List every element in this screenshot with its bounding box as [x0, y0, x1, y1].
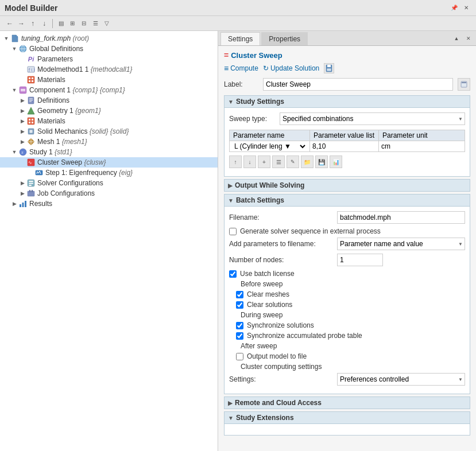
num-nodes-row: Number of nodes:: [229, 254, 465, 266]
svg-rect-13: [20, 87, 26, 94]
clear-solutions-checkbox[interactable]: [236, 301, 243, 309]
tree-item-modelmethod[interactable]: ▶ ƒ() Modelmethod1 1 {methodcall1}: [0, 64, 218, 75]
down-button[interactable]: ↓: [39, 18, 49, 29]
tab-settings[interactable]: Settings: [220, 32, 260, 45]
toolbar-btn4[interactable]: ☰: [90, 18, 100, 29]
tab-properties[interactable]: Properties: [261, 32, 308, 45]
batch-settings-header[interactable]: ▼ Batch Settings: [224, 194, 470, 207]
add-params-select[interactable]: None Parameter name and value Parameter …: [337, 238, 465, 250]
tree-label-clusw: Cluster Sweep {clusw}: [37, 158, 106, 166]
tree-item-geom[interactable]: ▶ Geometry 1 {geom1}: [0, 106, 218, 116]
global-icon: [18, 44, 28, 53]
param-name-select[interactable]: L (Cylinder leng ▼: [232, 142, 307, 151]
filename-input[interactable]: [337, 211, 465, 224]
pin-button[interactable]: 📌: [449, 3, 459, 13]
svg-rect-14: [21, 89, 25, 90]
tree-item-materials-comp[interactable]: ▶ Materials: [0, 116, 218, 126]
tree-item-solid[interactable]: ▶ Solid Mechanics {solid} {solid}: [0, 126, 218, 137]
remote-cloud-section: ▶ Remote and Cloud Access: [224, 396, 470, 409]
close-button[interactable]: ✕: [461, 3, 471, 13]
label-icon-button[interactable]: [458, 78, 470, 91]
tree-item-study1[interactable]: ▼ S Study 1 {std1}: [0, 147, 218, 157]
tree-label-comp1: Component 1 {comp1} {comp1}: [29, 86, 125, 94]
main-toolbar: ← → ↑ ↓ ▤ ⊞ ⊟ ☰ ▽: [0, 16, 476, 31]
arrow-results: ▶: [10, 201, 18, 207]
add-row-button[interactable]: +: [258, 155, 270, 168]
compute-button[interactable]: ≡ Compute: [224, 64, 258, 73]
sync-probe-checkbox[interactable]: [236, 332, 243, 340]
svg-rect-54: [462, 82, 466, 83]
materials-comp-icon: [26, 116, 36, 126]
tree-item-params[interactable]: ▶ Pi Parameters: [0, 54, 218, 64]
tree-item-mesh[interactable]: ▶ Mesh 1 {mesh1}: [0, 137, 218, 147]
toolbar-btn5[interactable]: ▽: [102, 18, 112, 29]
svg-rect-48: [22, 203, 24, 207]
output-model-checkbox[interactable]: [236, 353, 243, 360]
param-value-cell[interactable]: [310, 141, 379, 152]
sync-solutions-checkbox[interactable]: [236, 322, 243, 329]
tree-item-job[interactable]: ▶ Job Configurations: [0, 188, 218, 199]
toolbar-btn3[interactable]: ⊟: [79, 18, 89, 29]
study-ext-arrow: ▼: [228, 415, 234, 421]
tree-label-materials-global: Materials: [37, 76, 65, 84]
comp1-icon: [18, 85, 28, 95]
tree-label-root: tuning_fork.mph (root): [21, 34, 89, 42]
study-icon: S: [18, 147, 28, 157]
tree-item-materials-global[interactable]: ▶ Materials: [0, 75, 218, 85]
tree-item-comp1[interactable]: ▼ Component 1 {comp1} {comp1}: [0, 85, 218, 95]
clear-meshes-checkbox[interactable]: [236, 291, 243, 298]
tree-item-root[interactable]: ▼ tuning_fork.mph (root): [0, 33, 218, 44]
top-bar: Model Builder 📌 ✕: [0, 0, 476, 16]
solver-icon: [26, 178, 36, 188]
update-solution-button[interactable]: ↻ Update Solution: [263, 64, 319, 72]
panel-close-button[interactable]: ✕: [463, 33, 474, 44]
sweep-type-select[interactable]: All combinations Specified combinations: [280, 112, 465, 125]
study-extensions-header[interactable]: ▼ Study Extensions: [224, 411, 470, 424]
output-while-solving-header[interactable]: ▶ Output While Solving: [224, 179, 470, 192]
save-table-button[interactable]: 💾: [315, 155, 328, 168]
back-button[interactable]: ←: [5, 18, 15, 29]
tree-label-solver: Solver Configurations: [37, 179, 103, 187]
label-input[interactable]: [263, 78, 453, 91]
chart-button[interactable]: 📊: [330, 155, 342, 168]
tree-label-study1: Study 1 {std1}: [29, 148, 72, 156]
sweep-icon: ∿: [26, 158, 36, 167]
refresh-icon: ↻: [263, 64, 269, 72]
save-button[interactable]: [324, 63, 334, 73]
settings-select-wrapper: Preferences controlled Custom: [337, 373, 465, 386]
up-button[interactable]: ↑: [28, 18, 38, 29]
settings-select[interactable]: Preferences controlled Custom: [337, 373, 465, 386]
batch-settings-section: ▼ Batch Settings Filename: Generate solv…: [224, 194, 470, 394]
cluster-computing-label: Cluster computing settings: [241, 363, 465, 371]
svg-marker-20: [28, 107, 34, 114]
edit-button[interactable]: ✎: [287, 155, 299, 168]
param-table: Parameter name Parameter value list Para…: [229, 130, 465, 152]
row-down-button[interactable]: ↓: [243, 155, 256, 168]
row-up-button[interactable]: ↑: [229, 155, 242, 168]
param-name-cell[interactable]: L (Cylinder leng ▼: [230, 141, 310, 152]
tree-item-eig[interactable]: ▶ Step 1: Eigenfrequency {eig}: [0, 168, 218, 178]
top-bar-controls: 📌 ✕: [449, 3, 471, 13]
tree-item-global[interactable]: ▼ Global Definitions: [0, 44, 218, 54]
remote-cloud-header[interactable]: ▶ Remote and Cloud Access: [224, 396, 470, 409]
panel-up-button[interactable]: ▲: [451, 33, 462, 44]
folder-button[interactable]: 📁: [301, 155, 314, 168]
tree-item-clusw[interactable]: ▶ ∿ Cluster Sweep {clusw}: [0, 157, 218, 168]
toolbar-btn2[interactable]: ⊞: [67, 18, 78, 29]
app-title: Model Builder: [5, 3, 447, 13]
use-batch-checkbox[interactable]: [229, 270, 237, 278]
gen-solver-checkbox[interactable]: [229, 228, 237, 235]
tree-item-definitions[interactable]: ▶ Definitions: [0, 95, 218, 106]
tree-item-solver[interactable]: ▶ Solver Configurations: [0, 178, 218, 188]
section-title: = Cluster Sweep: [224, 50, 470, 60]
forward-button[interactable]: →: [16, 18, 26, 29]
svg-rect-27: [29, 130, 33, 133]
tree-item-results[interactable]: ▶ Results: [0, 199, 218, 209]
toolbar-btn1[interactable]: ▤: [56, 18, 66, 29]
study-settings-header[interactable]: ▼ Study Settings: [224, 95, 470, 108]
param-value-input[interactable]: [312, 142, 376, 150]
list-button[interactable]: ☰: [272, 155, 285, 168]
arrow-modelmethod: ▶: [18, 67, 26, 72]
num-nodes-input[interactable]: [337, 254, 383, 266]
tree-label-params: Parameters: [37, 55, 73, 63]
